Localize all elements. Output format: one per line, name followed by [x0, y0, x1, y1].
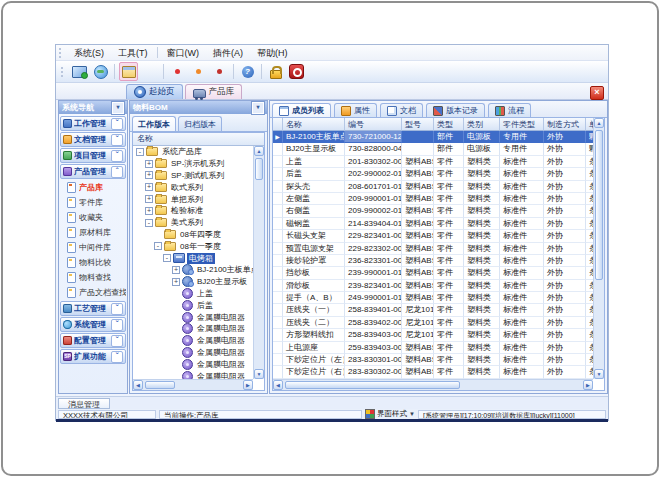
tree-node[interactable]: +SP-测试机系列 [133, 170, 253, 182]
tree-node[interactable]: 金属膜电阻器 [133, 335, 253, 347]
scroll-left-icon[interactable]: ◀ [133, 380, 143, 390]
sidebar-group-项目管理[interactable]: 项目管理ˇ [60, 148, 126, 163]
collapse-icon[interactable]: - [154, 242, 162, 250]
column-header-制造方式[interactable]: 制造方式 [544, 118, 586, 131]
column-header-零件类型[interactable]: 零件类型 [500, 118, 544, 131]
table-row[interactable]: 长磁头支架229-823401-00X塑料ABS零件塑料类标准件外协条 [273, 230, 593, 242]
expand-icon[interactable]: + [172, 266, 180, 274]
sidebar-group-系统管理[interactable]: 系统管理ˇ [60, 317, 126, 332]
tree-node[interactable]: 上盖 [133, 288, 253, 300]
collapse-icon[interactable]: - [136, 148, 144, 156]
interface-style-dropdown[interactable]: 界面样式 ▼ [365, 409, 415, 419]
table-row[interactable]: 压线夹（二）258-839402-00X尼龙1010零件塑料类标准件外协条 [273, 317, 593, 329]
scroll-up-icon[interactable]: ▲ [254, 146, 264, 156]
table-row[interactable]: BJ20主显示板730-828000-04X部件电源板专用件外协颗 [273, 143, 593, 155]
collapse-icon[interactable]: - [145, 219, 153, 227]
column-header-编号[interactable]: 编号 [345, 118, 402, 131]
window-columns-button[interactable] [140, 62, 159, 81]
chevron-down-icon[interactable]: ˇ [111, 303, 123, 315]
tree-node[interactable]: -电烤箱 [133, 252, 253, 264]
sidebar-item-物料查找[interactable]: 物料查找 [60, 270, 126, 285]
table-row[interactable]: 下纱定位片（左）283-830301-00X塑料ABS零件塑料类标准件外协条 [273, 354, 593, 366]
column-header-类型[interactable]: 类型 [434, 118, 464, 131]
window-add-button[interactable] [189, 62, 208, 81]
table-row[interactable]: 后盖202-990002-01X塑料ABS零件塑料类标准件外协条 [273, 168, 593, 180]
table-row[interactable]: 磁钢盖214-839404-01X塑料ABS零件塑料类标准件外协条 [273, 218, 593, 230]
table-row[interactable]: 上电源座259-839403-00X塑料ABS零件塑料类标准件外协条 [273, 342, 593, 354]
tab-归档版本[interactable]: 归档版本 [178, 116, 222, 131]
table-row[interactable]: 探头壳208-601701-01X塑料ABS零件塑料类标准件外协条 [273, 181, 593, 193]
tab-流程[interactable]: 流程 [488, 103, 531, 117]
scroll-down-icon[interactable]: ▼ [254, 369, 264, 379]
pin-icon[interactable]: ▾ [252, 102, 264, 114]
grid-vertical-scrollbar[interactable]: ▲ ▼ [593, 118, 604, 379]
collapse-icon[interactable]: - [163, 254, 171, 262]
sidebar-item-零件库[interactable]: 零件库 [60, 195, 126, 210]
tab-工作版本[interactable]: 工作版本 [132, 116, 176, 131]
menu-item-3[interactable]: 窗口(W) [160, 46, 207, 60]
menu-item-2[interactable]: 工具(T) [111, 46, 155, 60]
table-row[interactable]: 接纱轮护罩236-823301-00X塑料ABS零件塑料类标准件外协条 [273, 255, 593, 267]
pin-icon[interactable]: ▾ [112, 102, 124, 114]
table-row[interactable]: 左侧盖209-990001-01X塑料ABS零件塑料类标准件外协条 [273, 193, 593, 205]
table-row[interactable]: 下纱定位片（右）283-830302-00X塑料ABS零件塑料类标准件外协条 [273, 366, 593, 378]
table-row[interactable]: 预置电源支架229-823302-00X塑料ABS零件塑料类标准件外协条 [273, 243, 593, 255]
grid-vscroll-thumb[interactable] [595, 130, 603, 280]
close-document-button[interactable]: × [590, 86, 604, 100]
tab-产品库[interactable]: 产品库 [185, 84, 243, 99]
chevron-down-icon[interactable]: ˇ [111, 351, 123, 363]
scroll-right-icon[interactable]: ▶ [583, 380, 593, 390]
message-management-tab[interactable]: 消息管理 [58, 398, 110, 409]
sidebar-item-收藏夹[interactable]: 收藏夹 [60, 210, 126, 225]
sidebar-group-工作管理[interactable]: 工作管理ˇ [60, 116, 126, 131]
expand-icon[interactable]: + [145, 195, 153, 203]
table-row[interactable]: 挡纱板239-990001-01X塑料ABS零件塑料类标准件外协条 [273, 267, 593, 279]
grid-horizontal-scrollbar[interactable]: ◀ ▶ [273, 379, 593, 390]
menu-item-1[interactable]: 系统(S) [67, 46, 111, 60]
tree-vscroll-thumb[interactable] [255, 158, 263, 180]
tree-horizontal-scrollbar[interactable]: ◀ ▶ [133, 379, 253, 390]
tree-node[interactable]: +SP-演示机系列 [133, 158, 253, 170]
column-header-类别[interactable]: 类别 [464, 118, 500, 131]
expand-icon[interactable]: + [172, 278, 180, 286]
sidebar-group-配置管理[interactable]: 配置管理ˇ [60, 333, 126, 348]
expand-icon[interactable]: + [145, 207, 153, 215]
table-row[interactable]: 滑纱板239-823401-00X塑料ABS零件塑料类标准件外协条 [273, 280, 593, 292]
table-row[interactable]: 方形塑料线扣258-839403-00X尼龙1010零件塑料类标准件外协条 [273, 329, 593, 341]
table-row[interactable]: 上盖201-830302-00X塑料ABS零件塑料类标准件外协条 [273, 156, 593, 168]
tree-node[interactable]: 后盖 [133, 299, 253, 311]
table-row[interactable]: 提手（A、B）249-990001-01X塑料ABS零件塑料类标准件外协条 [273, 292, 593, 304]
tree-node[interactable]: -系统产品库 [133, 146, 253, 158]
chevron-down-icon[interactable]: ˇ [111, 134, 123, 146]
expand-icon[interactable]: + [145, 183, 153, 191]
window-del-button[interactable] [168, 62, 187, 81]
chevron-up-icon[interactable]: ˆ [111, 166, 123, 178]
expand-icon[interactable]: + [145, 160, 153, 168]
scroll-right-icon[interactable]: ▶ [243, 380, 253, 390]
tree-node[interactable]: -08年一季度 [133, 240, 253, 252]
tab-文档[interactable]: 文档 [380, 103, 423, 117]
tab-属性[interactable]: 属性 [334, 103, 377, 117]
sidebar-item-物料比较[interactable]: 物料比较 [60, 255, 126, 270]
tree-hscroll-thumb[interactable] [145, 381, 175, 389]
sidebar-group-文档管理[interactable]: 文档管理ˇ [60, 132, 126, 147]
sidebar-item-产品库[interactable]: 产品库 [60, 180, 126, 195]
window-explore-button[interactable] [119, 62, 138, 81]
tree-node[interactable]: +BJ20主显示板 [133, 276, 253, 288]
lock-button[interactable] [266, 62, 285, 81]
monitor-button[interactable] [70, 62, 89, 81]
sidebar-group-工艺管理[interactable]: 工艺管理ˇ [60, 301, 126, 316]
menu-item-5[interactable]: 帮助(H) [250, 46, 295, 60]
column-header-型号[interactable]: 型号 [402, 118, 434, 131]
power-button[interactable] [287, 62, 306, 81]
chevron-down-icon[interactable]: ˇ [111, 118, 123, 130]
globe-button[interactable] [91, 62, 110, 81]
tab-起始页[interactable]: 起始页 [126, 84, 183, 99]
tree-node[interactable]: 金属膜电阻器 [133, 311, 253, 323]
tree-node[interactable]: -美式系列 [133, 217, 253, 229]
tree-vertical-scrollbar[interactable]: ▲ ▼ [253, 146, 264, 379]
tree-node[interactable]: 金属膜电阻器 [133, 323, 253, 335]
tab-版本记录[interactable]: 版本记录 [426, 103, 485, 117]
help-button[interactable]: ? [238, 62, 257, 81]
chevron-down-icon[interactable]: ˇ [111, 150, 123, 162]
